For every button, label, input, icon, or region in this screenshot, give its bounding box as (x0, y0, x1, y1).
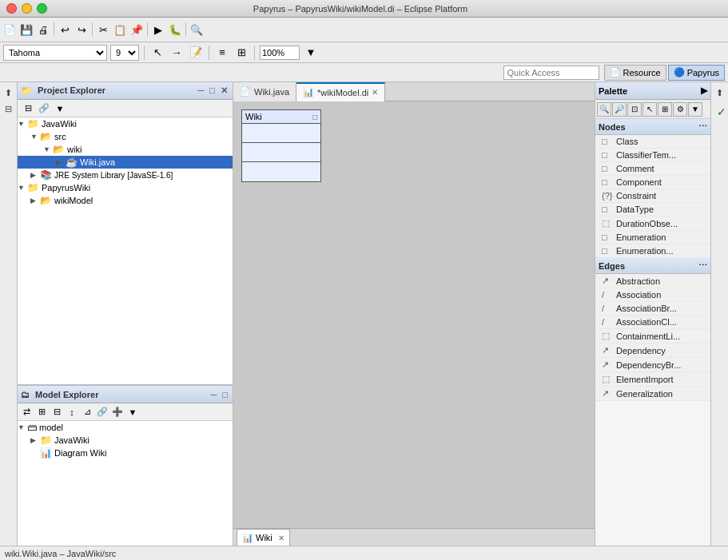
palette-item-generalization[interactable]: ↗ Generalization (595, 387, 710, 401)
wikimodeldi-close-icon[interactable]: ✕ (372, 88, 378, 97)
right-restore-icon[interactable]: ⬆ (713, 85, 727, 100)
palette-search-icon[interactable]: 🔍 (597, 102, 611, 117)
run-icon[interactable]: ▶ (150, 22, 166, 38)
redo-icon[interactable]: ↪ (74, 22, 90, 38)
perspective-resource-button[interactable]: 📄 Resource (604, 65, 666, 81)
paste-icon[interactable]: 📌 (129, 22, 145, 38)
model-menu-icon[interactable]: ▼ (125, 405, 140, 419)
palette-item-enumeration[interactable]: □ Enumeration (595, 231, 710, 244)
explorer-close-icon[interactable]: ✕ (219, 85, 229, 96)
zoom-input[interactable] (260, 46, 300, 60)
bottom-tab-wiki[interactable]: 📊 Wiki ✕ (237, 529, 290, 546)
note-icon[interactable]: 📝 (188, 45, 204, 61)
palette-nodes-header[interactable]: Nodes ⋯ (595, 119, 710, 135)
close-button[interactable] (6, 3, 17, 14)
palette-item-constraint[interactable]: {?} Constraint (595, 189, 710, 203)
palette-item-component[interactable]: □ Component (595, 176, 710, 189)
diagram-canvas: Wiki □ (241, 109, 321, 182)
cut-icon[interactable]: ✂ (95, 22, 111, 38)
font-size-selector[interactable]: 9 (110, 45, 139, 61)
arrow-select-icon[interactable]: ↖ (149, 45, 165, 61)
align-icon[interactable]: ≡ (214, 45, 230, 61)
palette-item-containmentli[interactable]: ⬚ ContainmentLi... (595, 329, 710, 344)
right-side-icons: ⬆ (710, 82, 728, 546)
palette-item-elementimport[interactable]: ⬚ ElementImport (595, 372, 710, 387)
palette-item-association[interactable]: / Association (595, 288, 710, 302)
palette-zoom-icon[interactable]: 🔎 (612, 102, 627, 117)
bottom-tab-wiki-close[interactable]: ✕ (278, 534, 284, 542)
search-icon[interactable]: 🔍 (189, 22, 205, 38)
perspective-papyrus-button[interactable]: 🔵 Papyrus (668, 65, 725, 81)
collapse-all-icon[interactable]: ⊟ (21, 101, 35, 116)
grid-icon[interactable]: ⊞ (233, 45, 249, 61)
zoom-dropdown-icon[interactable]: ▼ (303, 45, 319, 61)
palette-edges-header[interactable]: Edges ⋯ (595, 258, 710, 274)
palette-item-classifiertem[interactable]: □ ClassifierTem... (595, 149, 710, 162)
tree-item-src[interactable]: ▼ 📂 src (18, 130, 233, 143)
quick-access-input[interactable] (503, 66, 599, 80)
collapse-icon[interactable]: ⊟ (50, 405, 64, 419)
palette-expand-icon[interactable]: ▶ (701, 85, 707, 96)
palette-item-class[interactable]: □ Class (595, 135, 710, 149)
palette-item-datatype[interactable]: □ DataType (595, 203, 710, 216)
debug-icon[interactable]: 🐛 (167, 22, 183, 38)
quick-access-bar: 📄 Resource 🔵 Papyrus (0, 63, 728, 82)
tree-item-javawiki[interactable]: ▼ 📁 JavaWiki (18, 117, 233, 130)
sort-icon[interactable]: ↕ (65, 405, 79, 419)
model-explorer-minimize-icon[interactable]: ─ (209, 390, 219, 399)
bottom-tab-wiki-icon: 📊 (242, 533, 253, 543)
model-arrow: ▼ (18, 423, 27, 431)
palette-menu-icon[interactable]: ▼ (688, 102, 702, 117)
dependency-palette-icon: ↗ (602, 345, 613, 355)
diagram-canvas-area[interactable]: Wiki □ (233, 101, 595, 528)
connect-icon[interactable]: → (169, 45, 185, 61)
model-link-icon[interactable]: 🔗 (95, 405, 109, 419)
new-icon[interactable]: 📄 (2, 22, 18, 38)
model-explorer-maximize-icon[interactable]: □ (221, 390, 229, 399)
tree-item-wikijava[interactable]: ▶ ☕ Wiki.java (18, 156, 233, 169)
tree-item-wiki[interactable]: ▼ 📂 wiki (18, 143, 233, 156)
palette-settings-icon[interactable]: ⚙ (673, 102, 687, 117)
palette-item-dependency[interactable]: ↗ Dependency (595, 344, 710, 358)
palette-item-associationbr[interactable]: / AssociationBr... (595, 302, 710, 316)
explorer-menu-icon[interactable]: ▼ (53, 101, 67, 116)
tree-item-javawiki2[interactable]: ▶ 📁 JavaWiki (18, 434, 233, 447)
palette-item-abstraction[interactable]: ↗ Abstraction (595, 274, 710, 288)
link-editor-icon[interactable]: 🔗 (37, 101, 51, 116)
save-icon[interactable]: 💾 (18, 22, 34, 38)
wikimodel-label: wikiModel (54, 196, 93, 205)
explorer-minimize-icon[interactable]: ─ (197, 85, 206, 96)
palette-item-associationcl[interactable]: / AssociationCl... (595, 316, 710, 329)
palette-fit-icon[interactable]: ⊡ (627, 102, 642, 117)
palette-layout-icon[interactable]: ⊞ (658, 102, 672, 117)
filter-icon[interactable]: ⊿ (80, 405, 94, 419)
print-icon[interactable]: 🖨 (35, 22, 51, 38)
tree-item-wikimodel[interactable]: ▶ 📂 wikiModel (18, 194, 233, 207)
minimize-button[interactable] (22, 3, 32, 14)
uml-class-expand-icon[interactable]: □ (312, 113, 317, 121)
tab-wikimodeldi[interactable]: 📊 *wikiModel.di ✕ (296, 82, 385, 101)
tree-item-diagramwiki[interactable]: 📊 Diagram Wiki (18, 447, 233, 459)
uml-class-wiki[interactable]: Wiki □ (241, 109, 321, 182)
palette-item-dependencybr[interactable]: ↗ DependencyBr... (595, 358, 710, 372)
font-selector[interactable]: Tahoma (3, 45, 107, 61)
tree-item-papyruswiki[interactable]: ▼ 📁 PapyrusWiki (18, 181, 233, 194)
enumeration-label: Enumeration (616, 232, 666, 242)
undo-icon[interactable]: ↩ (57, 22, 73, 38)
wikimodeldi-tab-icon: 📊 (303, 87, 314, 97)
tree-item-model[interactable]: ▼ 🗃 model (18, 421, 233, 434)
palette-item-enumeration2[interactable]: □ Enumeration... (595, 244, 710, 258)
expand-icon[interactable]: ⊞ (34, 405, 49, 419)
palette-item-durationobse[interactable]: ⬚ DurationObse... (595, 216, 710, 231)
palette-item-comment[interactable]: □ Comment (595, 162, 710, 176)
tab-wikijava[interactable]: 📄 Wiki.java (233, 82, 296, 101)
maximize-button[interactable] (37, 3, 47, 14)
palette-select-icon[interactable]: ↖ (642, 102, 657, 117)
tree-item-jre[interactable]: ▶ 📚 JRE System Library [JavaSE-1.6] (18, 169, 233, 181)
explorer-maximize-icon[interactable]: □ (208, 85, 217, 96)
restore-icon[interactable]: ⬆ (2, 85, 16, 100)
layers-icon[interactable]: ⊟ (2, 101, 16, 116)
copy-icon[interactable]: 📋 (112, 22, 128, 38)
sync-icon[interactable]: ⇄ (19, 405, 34, 419)
model-add-icon[interactable]: ➕ (110, 405, 125, 419)
